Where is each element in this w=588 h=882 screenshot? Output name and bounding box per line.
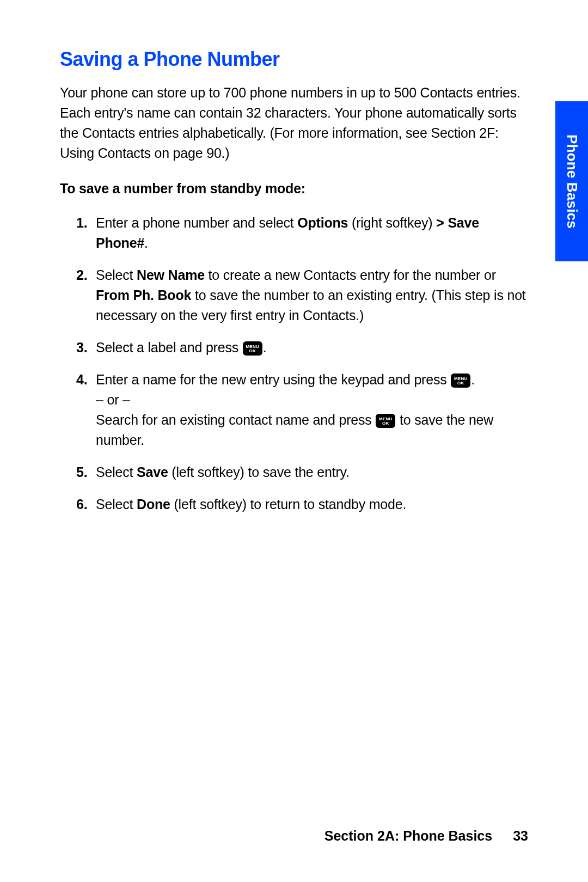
step-text: Select	[96, 267, 137, 283]
or-separator: – or –	[96, 392, 130, 407]
step-4: Enter a name for the new entry using the…	[96, 370, 528, 450]
footer-page-number: 33	[513, 828, 528, 843]
section-tab: Phone Basics	[555, 101, 588, 261]
step-3: Select a label and press MENUOK.	[96, 338, 528, 358]
step-text: (left softkey) to return to standby mode…	[170, 497, 406, 512]
step-text: Select	[96, 497, 137, 512]
menu-ok-key-icon: MENUOK	[376, 414, 395, 428]
menu-ok-key-icon: MENUOK	[243, 341, 262, 356]
step-text: Enter a name for the new entry using the…	[96, 372, 450, 387]
step-1: Enter a phone number and select Options …	[96, 213, 528, 253]
bold-from-phbook: From Ph. Book	[96, 287, 191, 303]
step-text: (left softkey) to save the entry.	[168, 464, 350, 480]
menu-ok-key-icon: MENUOK	[451, 373, 470, 388]
step-text: .	[263, 340, 267, 355]
step-text: .	[144, 235, 148, 250]
procedure-list: Enter a phone number and select Options …	[60, 213, 528, 514]
step-text: .	[471, 372, 475, 387]
page-heading: Saving a Phone Number	[60, 48, 528, 71]
footer-section-label: Section 2A: Phone Basics	[324, 828, 492, 843]
step-text: Select a label and press	[96, 340, 242, 355]
bold-save: Save	[137, 464, 168, 480]
step-text: Enter a phone number and select	[96, 215, 297, 230]
manual-page: Saving a Phone Number Your phone can sto…	[0, 0, 588, 882]
bold-done: Done	[137, 497, 170, 512]
intro-paragraph: Your phone can store up to 700 phone num…	[60, 83, 528, 163]
bold-new-name: New Name	[137, 267, 205, 283]
step-text: to create a new Contacts entry for the n…	[205, 267, 496, 283]
step-2: Select New Name to create a new Contacts…	[96, 265, 528, 326]
bold-options: Options	[297, 215, 348, 230]
procedure-subhead: To save a number from standby mode:	[60, 181, 528, 197]
step-text: Select	[96, 464, 137, 480]
step-6: Select Done (left softkey) to return to …	[96, 494, 528, 514]
step-text: Search for an existing contact name and …	[96, 412, 375, 427]
section-tab-label: Phone Basics	[564, 134, 580, 229]
step-5: Select Save (left softkey) to save the e…	[96, 462, 528, 482]
step-text: (right softkey)	[348, 215, 432, 230]
page-footer: Section 2A: Phone Basics33	[324, 828, 528, 844]
